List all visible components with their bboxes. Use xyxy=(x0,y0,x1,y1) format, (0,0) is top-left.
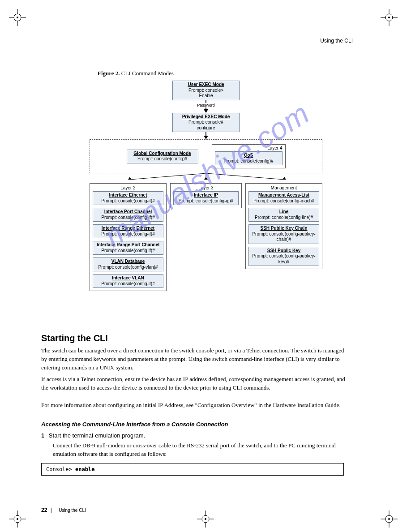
box-title: Interface IP xyxy=(176,193,236,198)
management-group: Management Management Acess-List Prompt:… xyxy=(245,183,322,269)
box-prompt: Prompt: console(config-pubkey-key)# xyxy=(251,253,317,265)
footer-title: Using the CLI xyxy=(59,508,86,513)
connector-line xyxy=(206,132,206,136)
svg-marker-33 xyxy=(128,177,132,180)
layer2-box: Interface Range Port Channel Prompt: con… xyxy=(93,241,163,255)
heading-starting-cli: Starting the CLI xyxy=(41,333,108,343)
box-prompt: Prompt: console(config-macl)# xyxy=(251,198,317,204)
subheading-console: Accessing the Command-Line Interface fro… xyxy=(41,421,228,428)
page-header-title: Using the CLI xyxy=(320,38,353,44)
page-footer: 22 | Using the CLI xyxy=(41,507,86,513)
mgmt-box: Management Acess-List Prompt: console(co… xyxy=(248,191,319,205)
global-config-box: Global Configuration Mode Prompt: consol… xyxy=(127,150,198,163)
priv-exec-box: Privileged EXEC Mode Prompt: console# co… xyxy=(172,113,240,133)
crop-mark-icon xyxy=(9,9,26,26)
box-title: Interface Ethernet xyxy=(95,193,161,198)
layer2-stack: Interface Ethernet Prompt: console(confi… xyxy=(93,191,163,288)
step-number: 1 xyxy=(41,432,44,439)
box-title: Interface Port Channel xyxy=(95,209,161,215)
layer2-box: Interface Range Ethernet Prompt: console… xyxy=(93,224,163,238)
layer2-box: VLAN Database Prompt: console(config-vla… xyxy=(93,257,163,271)
box-prompt: Prompt: console(config-if)# xyxy=(95,281,161,287)
box-prompt: Prompt: console(config-pubkey-chain)# xyxy=(251,232,317,243)
layer4-label: Layer 4 xyxy=(215,146,283,150)
layer3-box: Interface IP Prompt: console(config-ip)# xyxy=(173,191,239,205)
crop-mark-icon xyxy=(197,511,214,528)
svg-point-5 xyxy=(17,17,18,18)
example-prompt: Console> xyxy=(46,466,72,472)
management-label: Management xyxy=(248,185,319,190)
footer-separator: | xyxy=(51,507,52,513)
crop-mark-icon xyxy=(381,9,398,26)
layer4-group: Layer 4 QoS Prompt: console(config)# xyxy=(212,144,286,168)
user-exec-box: User EXEC Mode Prompt: console> Enable xyxy=(172,81,240,100)
password-label: Password xyxy=(197,103,215,107)
paragraph: If access is via a Telnet connection, en… xyxy=(41,375,350,392)
paragraph: The switch can be managed over a direct … xyxy=(41,347,350,372)
global-config-title: Global Configuration Mode xyxy=(129,151,196,157)
box-prompt: Prompt: console(config-if)# xyxy=(95,215,161,221)
layer2-box: Interface Ethernet Prompt: console(confi… xyxy=(93,191,163,205)
fan-connector xyxy=(90,173,322,180)
cli-example-box: Console> enable xyxy=(41,463,344,476)
config-mode-group: Global Configuration Mode Prompt: consol… xyxy=(90,139,322,173)
svg-point-17 xyxy=(17,518,18,520)
svg-marker-34 xyxy=(204,177,208,180)
box-prompt: Prompt: console(config-ip)# xyxy=(176,198,236,204)
priv-exec-sub: configure xyxy=(175,125,237,131)
box-title: Management Acess-List xyxy=(251,193,317,198)
svg-line-30 xyxy=(130,173,206,180)
crop-mark-icon xyxy=(381,511,398,528)
paragraph: For more information about configuring a… xyxy=(41,401,350,410)
crop-mark-icon xyxy=(9,511,26,528)
example-command: enable xyxy=(75,466,94,472)
layer2-box: Interface Port Channel Prompt: console(c… xyxy=(93,208,163,222)
mgmt-box: SSH Public Key Prompt: console(config-pu… xyxy=(248,247,319,266)
mgmt-box: Line Prompt: console(config-line)# xyxy=(248,208,319,222)
layer3-label: Layer 3 xyxy=(173,185,239,190)
arrow-down-icon xyxy=(204,136,208,139)
mgmt-box: SSH Public Key Chain Prompt: console(con… xyxy=(248,224,319,244)
box-prompt: Prompt: console(config-if)# xyxy=(95,248,161,254)
box-prompt: Prompt: console(config-if)# xyxy=(95,198,161,204)
user-exec-title: User EXEC Mode xyxy=(175,82,237,88)
box-prompt: Prompt: console(config-if)# xyxy=(95,232,161,237)
qos-prompt: Prompt: console(config)# xyxy=(217,159,280,164)
layer2-group: Layer 2 Interface Ethernet Prompt: conso… xyxy=(90,183,167,291)
user-exec-prompt: Prompt: console> xyxy=(175,88,237,94)
box-title: Interface VLAN xyxy=(95,275,161,281)
cli-mode-diagram: User EXEC Mode Prompt: console> Enable P… xyxy=(90,81,322,291)
figure-label: Figure 2. xyxy=(98,70,120,77)
box-title: Line xyxy=(251,209,317,215)
figure-title: CLI Command Modes xyxy=(121,70,174,77)
svg-point-23 xyxy=(205,518,206,520)
svg-point-11 xyxy=(388,17,390,18)
svg-point-29 xyxy=(388,518,390,520)
figure-caption: Figure 2. CLI Command Modes xyxy=(98,70,174,77)
box-prompt: Prompt: console(config-vlan)# xyxy=(95,265,161,270)
layer3-group: Layer 3 Interface IP Prompt: console(con… xyxy=(170,183,242,208)
user-exec-sub: Enable xyxy=(175,93,237,99)
box-title: VLAN Database xyxy=(95,259,161,265)
box-title: Interface Range Port Channel xyxy=(95,242,161,248)
qos-box: QoS Prompt: console(config)# xyxy=(215,151,283,165)
layer2-box: Interface VLAN Prompt: console(config-if… xyxy=(93,274,163,288)
box-title: Interface Range Ethernet xyxy=(95,226,161,232)
arrow-down-icon xyxy=(204,109,208,113)
svg-line-32 xyxy=(206,173,284,180)
priv-exec-prompt: Prompt: console# xyxy=(175,120,237,125)
qos-title: QoS xyxy=(217,153,280,159)
step-text: Start the terminal-emulation program. xyxy=(49,432,145,439)
global-config-prompt: Prompt: console(config)# xyxy=(129,156,196,162)
box-prompt: Prompt: console(config-line)# xyxy=(251,215,317,221)
box-title: SSH Public Key xyxy=(251,248,317,254)
box-title: SSH Public Key Chain xyxy=(251,226,317,232)
priv-exec-title: Privileged EXEC Mode xyxy=(175,114,237,120)
layer2-label: Layer 2 xyxy=(93,185,163,190)
svg-marker-35 xyxy=(283,177,286,180)
page-number: 22 xyxy=(41,507,47,513)
step-detail: Connect the DB-9 null-modem or cross-ove… xyxy=(53,442,350,459)
